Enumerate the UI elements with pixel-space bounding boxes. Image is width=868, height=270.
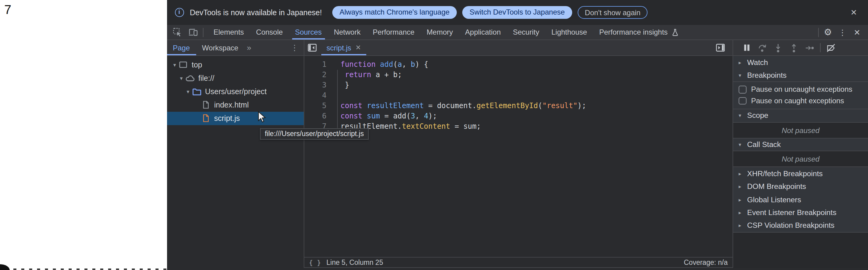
pretty-print-icon[interactable]: { } — [309, 259, 321, 266]
collapsed-arrow-icon[interactable]: ▸ — [733, 60, 742, 66]
pause-caught-checkbox[interactable] — [739, 97, 746, 104]
tab-application[interactable]: Application — [459, 25, 506, 39]
open-file-tab-scriptjs[interactable]: script.js ✕ — [321, 40, 367, 55]
section-global-listeners[interactable]: ▸ Global Listeners — [733, 193, 868, 206]
device-toolbar-icon[interactable] — [185, 25, 201, 39]
section-label: Breakpoints — [742, 71, 786, 80]
toolbar-divider — [818, 28, 819, 37]
section-csp-violation-breakpoints[interactable]: ▸ CSP Violation Breakpoints — [733, 219, 868, 232]
tree-item-index-html[interactable]: index.html — [167, 98, 303, 112]
cloud-icon — [185, 73, 195, 83]
collapsed-arrow-icon[interactable]: ▸ — [733, 184, 742, 190]
tab-lighthouse[interactable]: Lighthouse — [545, 25, 593, 39]
collapsed-arrow-icon[interactable]: ▸ — [733, 171, 742, 177]
section-breakpoints[interactable]: ▾ Breakpoints — [733, 69, 868, 82]
pause-uncaught-exceptions-row[interactable]: Pause on uncaught exceptions — [733, 84, 868, 95]
section-label: CSP Violation Breakpoints — [742, 221, 835, 230]
language-infobar: i DevTools is now available in Japanese!… — [167, 0, 868, 25]
section-call-stack[interactable]: ▾ Call Stack — [733, 138, 868, 151]
tree-item-top[interactable]: ▾ top — [167, 58, 303, 71]
section-label: XHR/fetch Breakpoints — [742, 170, 823, 178]
toolbar-divider — [203, 28, 203, 37]
collapsed-arrow-icon[interactable]: ▸ — [733, 210, 742, 216]
file-tab-close-icon[interactable]: ✕ — [355, 44, 361, 52]
tab-performance-insights-label: Performance insights — [599, 28, 668, 36]
step-over-icon[interactable] — [754, 40, 770, 55]
pause-caught-exceptions-row[interactable]: Pause on caught exceptions — [733, 95, 868, 106]
more-options-kebab-icon[interactable]: ⋮ — [835, 25, 850, 39]
tab-performance-insights[interactable]: Performance insights — [593, 25, 685, 39]
match-chrome-language-button[interactable]: Always match Chrome's language — [332, 6, 457, 19]
navigator-tab-workspace[interactable]: Workspace — [196, 40, 245, 55]
devtools-close-icon[interactable]: ✕ — [850, 25, 864, 39]
code-line[interactable]: 5const resultElement = document.getEleme… — [304, 101, 733, 111]
sources-sub-toolbar: Page Workspace » ⋮ script.js ✕ — [167, 40, 868, 56]
toolbar-right-controls: ⚙ ⋮ ✕ — [816, 25, 868, 39]
tree-item-script-js[interactable]: script.js — [167, 112, 303, 125]
line-content — [335, 91, 340, 101]
line-number[interactable]: 4 — [304, 91, 335, 101]
expanded-arrow-icon[interactable]: ▾ — [733, 72, 742, 78]
code-line[interactable]: 6const sum = add(3, 4); — [304, 111, 733, 121]
tree-item-label: file:// — [198, 74, 214, 82]
section-label: Scope — [742, 112, 768, 120]
tab-security[interactable]: Security — [507, 25, 546, 39]
code-line[interactable]: 2 return a + b; — [304, 70, 733, 80]
line-number[interactable]: 1 — [304, 60, 335, 70]
section-watch[interactable]: ▸ Watch — [733, 56, 868, 69]
tree-item-file-protocol[interactable]: ▾ file:// — [167, 71, 303, 85]
tab-elements[interactable]: Elements — [208, 25, 250, 39]
show-debugger-panel-icon[interactable] — [713, 40, 728, 55]
pause-uncaught-checkbox[interactable] — [739, 86, 746, 93]
section-xhr-fetch-breakpoints[interactable]: ▸ XHR/fetch Breakpoints — [733, 167, 868, 180]
expanded-arrow-icon[interactable]: ▾ — [733, 142, 742, 148]
code-line[interactable]: 1function add(a, b) { — [304, 60, 733, 70]
switch-devtools-japanese-button[interactable]: Switch DevTools to Japanese — [462, 6, 572, 19]
more-tabs-chevron-icon[interactable]: » — [245, 40, 254, 55]
section-dom-breakpoints[interactable]: ▸ DOM Breakpoints — [733, 180, 868, 193]
line-number[interactable]: 2 — [304, 70, 335, 80]
line-number[interactable]: 3 — [304, 80, 335, 91]
code-area[interactable]: 1function add(a, b) {2 return a + b;3 }4… — [304, 56, 733, 257]
file-path-tooltip: file:///Users/user/project/script.js — [260, 128, 369, 140]
navigator-tab-page[interactable]: Page — [167, 40, 196, 55]
expand-arrow-icon[interactable]: ▾ — [171, 62, 178, 68]
panel-tabs: Elements Console Sources Network Perform… — [208, 25, 685, 39]
tab-sources[interactable]: Sources — [289, 25, 328, 39]
line-content: function add(a, b) { — [335, 60, 428, 70]
settings-gear-icon[interactable]: ⚙ — [820, 25, 835, 39]
step-into-icon[interactable] — [770, 40, 786, 55]
step-icon[interactable] — [802, 40, 817, 55]
tab-memory[interactable]: Memory — [421, 25, 459, 39]
expand-arrow-icon[interactable]: ▾ — [178, 75, 185, 81]
screen: 7 i DevTools is now available in Japanes… — [0, 0, 868, 270]
collapsed-arrow-icon[interactable]: ▸ — [733, 197, 742, 203]
expanded-arrow-icon[interactable]: ▾ — [733, 113, 742, 119]
deactivate-breakpoints-icon[interactable] — [823, 40, 839, 55]
section-scope[interactable]: ▾ Scope — [733, 109, 868, 122]
section-event-listener-breakpoints[interactable]: ▸ Event Listener Breakpoints — [733, 206, 868, 219]
hide-navigator-panel-icon[interactable] — [304, 40, 320, 55]
dont-show-again-button[interactable]: Don't show again — [578, 6, 648, 19]
info-icon: i — [175, 8, 184, 17]
section-label: Event Listener Breakpoints — [742, 209, 836, 217]
step-out-icon[interactable] — [786, 40, 802, 55]
code-line[interactable]: 3 } — [304, 80, 733, 91]
debugger-toolbar — [733, 40, 868, 55]
line-number[interactable]: 6 — [304, 111, 335, 121]
breakpoint-options: Pause on uncaught exceptions Pause on ca… — [733, 82, 868, 109]
call-stack-not-paused-message: Not paused — [733, 151, 868, 167]
code-line[interactable]: 4 — [304, 91, 733, 101]
expand-arrow-icon[interactable]: ▾ — [184, 88, 192, 94]
scope-not-paused-message: Not paused — [733, 122, 868, 138]
tab-network[interactable]: Network — [328, 25, 367, 39]
navigator-kebab-icon[interactable]: ⋮ — [286, 40, 303, 55]
inspect-element-icon[interactable] — [169, 25, 185, 39]
tab-console[interactable]: Console — [250, 25, 289, 39]
infobar-close-icon[interactable]: ✕ — [848, 7, 860, 18]
collapsed-arrow-icon[interactable]: ▸ — [733, 222, 742, 229]
line-number[interactable]: 5 — [304, 101, 335, 111]
tree-item-project-folder[interactable]: ▾ Users/user/project — [167, 85, 303, 98]
pause-script-execution-icon[interactable] — [739, 40, 754, 55]
tab-performance[interactable]: Performance — [367, 25, 420, 39]
